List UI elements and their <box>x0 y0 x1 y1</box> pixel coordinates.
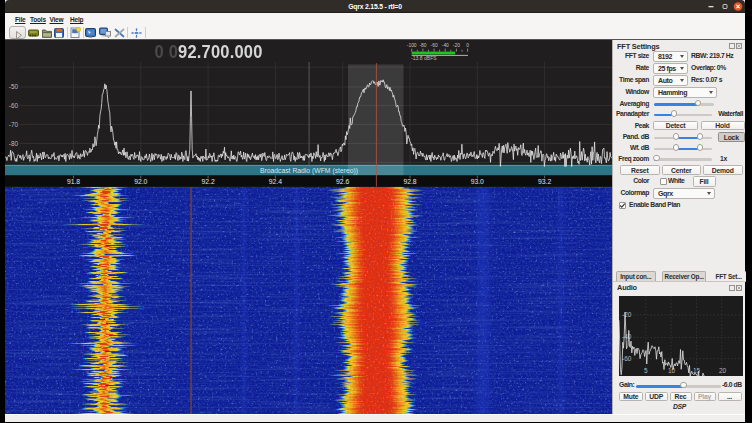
svg-text:-70: -70 <box>9 121 19 128</box>
svg-text:-20: -20 <box>622 311 632 318</box>
svg-text:91.8: 91.8 <box>67 178 80 185</box>
svg-text:-20: -20 <box>453 43 460 48</box>
svg-text:-80: -80 <box>9 140 19 147</box>
svg-text:-60: -60 <box>431 43 438 48</box>
svg-text:5: 5 <box>644 367 648 374</box>
svg-text:-40: -40 <box>622 333 632 340</box>
svg-text:93.0: 93.0 <box>471 178 484 185</box>
svg-text:-80: -80 <box>419 43 426 48</box>
svg-text:15: 15 <box>692 367 700 374</box>
svg-text:92.8: 92.8 <box>403 178 416 185</box>
svg-text:92.4: 92.4 <box>269 178 282 185</box>
svg-text:-60: -60 <box>9 102 19 109</box>
svg-text:0: 0 <box>466 43 469 48</box>
svg-text:10: 10 <box>668 367 676 374</box>
svg-text:-40: -40 <box>442 43 449 48</box>
svg-text:-100: -100 <box>407 43 417 48</box>
svg-text:92.2: 92.2 <box>201 178 214 185</box>
svg-text:20: 20 <box>718 367 726 374</box>
svg-text:Broadcast Radio (WFM (stereo)): Broadcast Radio (WFM (stereo)) <box>260 167 358 175</box>
svg-text:92.0: 92.0 <box>134 178 147 185</box>
svg-text:-50: -50 <box>9 83 19 90</box>
svg-text:92.6: 92.6 <box>336 178 349 185</box>
svg-text:-60: -60 <box>622 355 632 362</box>
svg-text:93.2: 93.2 <box>538 178 551 185</box>
